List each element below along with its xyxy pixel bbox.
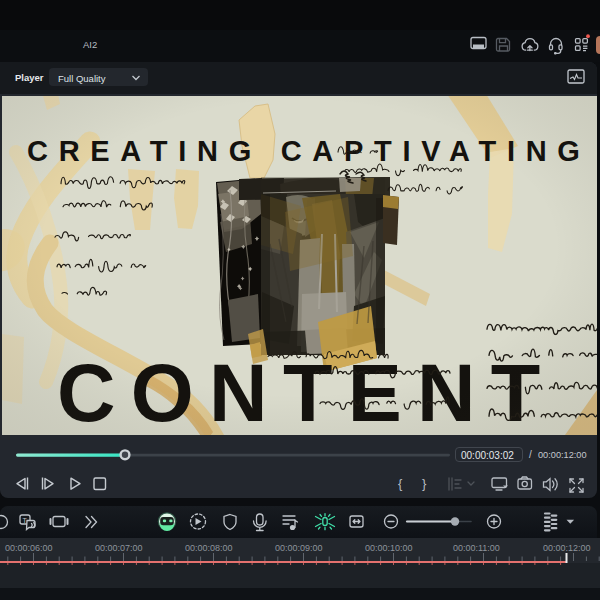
svg-text:00:00:07:00: 00:00:07:00 (95, 543, 143, 553)
svg-text:{: { (398, 476, 403, 491)
svg-text:00:00:08:00: 00:00:08:00 (185, 543, 233, 553)
svg-text:00:00:11:00: 00:00:11:00 (453, 543, 500, 553)
svg-text:00:00:12:00: 00:00:12:00 (543, 543, 591, 553)
svg-text:00:00:06:00: 00:00:06:00 (5, 543, 53, 553)
svg-text:}: } (422, 476, 427, 491)
svg-text:00:00:10:00: 00:00:10:00 (365, 543, 413, 553)
svg-text:00:00:09:00: 00:00:09:00 (275, 543, 323, 553)
